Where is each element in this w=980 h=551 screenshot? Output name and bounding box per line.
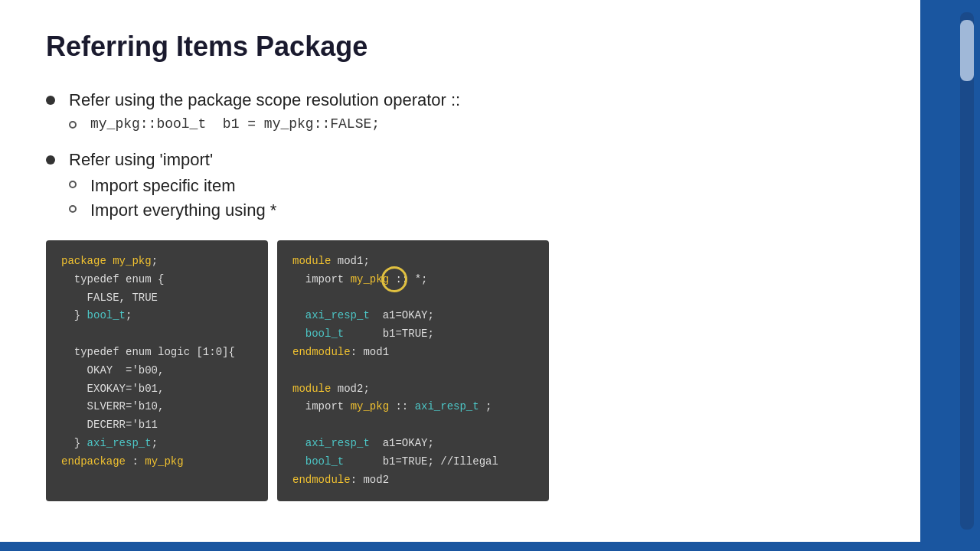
code-line-r12: bool_t b1=TRUE; //Illegal: [292, 453, 534, 471]
bullet-dot-2: [46, 155, 55, 165]
code-line-r7: [292, 362, 534, 380]
slide-title: Referring Items Package: [46, 31, 874, 63]
code-line-l8: EXOKAY='b01,: [61, 380, 253, 399]
code-block-area: package my_pkg; typedef enum { FALSE, TR…: [46, 240, 874, 501]
code-block-left: package my_pkg; typedef enum { FALSE, TR…: [46, 240, 268, 501]
code-line-r13: endmodule: mod2: [292, 471, 534, 490]
bullet-dot-1: [46, 96, 55, 105]
scrollbar-track[interactable]: [960, 12, 974, 530]
code-line-r11: axi_resp_t a1=OKAY;: [292, 435, 534, 453]
sub-text-1-1: my_pkg::bool_t b1 = my_pkg::FALSE;: [90, 116, 380, 132]
sub-text-2-2: Import everything using *: [90, 201, 276, 220]
sub-item-2-1: Import specific item: [69, 176, 276, 196]
bullet-list: Refer using the package scope resolution…: [46, 90, 874, 225]
bullet-item-1: Refer using the package scope resolution…: [46, 90, 874, 136]
code-line-l4: } bool_t;: [61, 307, 253, 325]
sub-item-2-2: Import everything using *: [69, 201, 276, 220]
sub-list-2: Import specific item Import everything u…: [69, 176, 276, 220]
code-line-l7: OKAY ='b00,: [61, 362, 253, 380]
code-line-r2: import my_pkg :: *;: [292, 271, 534, 289]
bullet-item-2: Refer using 'import' Import specific ite…: [46, 150, 874, 225]
sidebar-right: [920, 0, 980, 542]
sub-item-1-1: my_pkg::bool_t b1 = my_pkg::FALSE;: [69, 116, 460, 132]
code-line-r8: module mod2;: [292, 380, 534, 399]
code-block-right: module mod1; import my_pkg :: *; axi_res…: [277, 240, 549, 501]
code-line-l12: endpackage : my_pkg: [61, 453, 253, 471]
slide-main: Referring Items Package Refer using the …: [0, 0, 920, 542]
code-line-r5: bool_t b1=TRUE;: [292, 325, 534, 344]
code-line-r4: axi_resp_t a1=OKAY;: [292, 307, 534, 325]
code-line-r3: [292, 289, 534, 308]
sub-text-2-1: Import specific item: [90, 176, 236, 196]
sub-circle-3: [69, 205, 77, 213]
code-line-l9: SLVERR='b10,: [61, 398, 253, 416]
code-line-l11: } axi_resp_t;: [61, 435, 253, 453]
bullet-text-2: Refer using 'import': [69, 150, 213, 169]
code-line-r1: module mod1;: [292, 253, 534, 271]
sub-circle-2: [69, 181, 77, 188]
code-line-l3: FALSE, TRUE: [61, 289, 253, 308]
scrollbar-thumb[interactable]: [960, 20, 974, 81]
sub-list-1: my_pkg::bool_t b1 = my_pkg::FALSE;: [69, 116, 460, 132]
code-line-l1: package my_pkg;: [61, 253, 253, 271]
code-line-l2: typedef enum {: [61, 271, 253, 289]
code-line-l10: DECERR='b11: [61, 416, 253, 435]
bottom-bar: [0, 542, 980, 551]
sub-circle-1: [69, 121, 77, 129]
code-line-l6: typedef enum logic [1:0]{: [61, 344, 253, 362]
code-line-r9: import my_pkg :: axi_resp_t ;: [292, 398, 534, 416]
bullet-text-1: Refer using the package scope resolution…: [69, 90, 460, 109]
code-line-r6: endmodule: mod1: [292, 344, 534, 362]
code-line-r10: [292, 416, 534, 435]
code-line-l5: [61, 325, 253, 344]
